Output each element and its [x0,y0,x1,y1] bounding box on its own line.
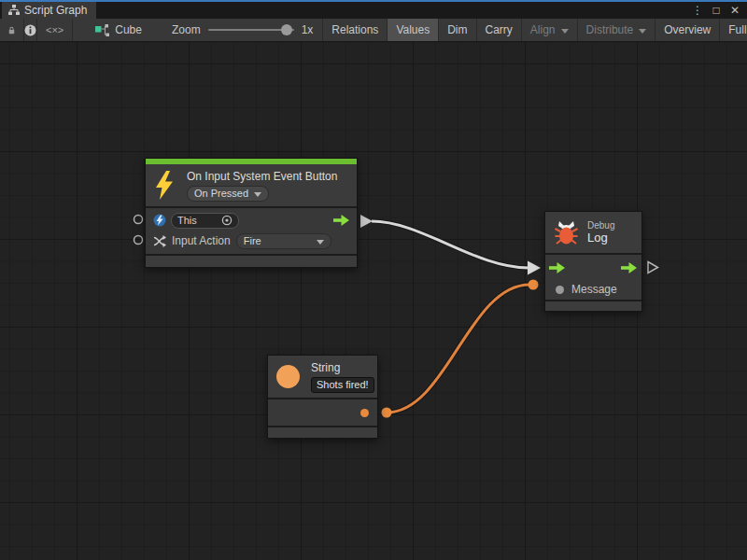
window-controls: ⋮ □ ✕ [691,2,747,19]
carry-button[interactable]: Carry [476,19,521,41]
debug-node-header: Debug Log [545,212,641,253]
code-toggle-icon: <×> [46,24,63,35]
graph-name: Cube [115,23,142,36]
control-output-arrow-icon[interactable] [333,215,349,226]
debug-node-footer [545,301,641,311]
zoom-slider[interactable] [208,29,294,31]
event-mode-dropdown[interactable]: On Pressed [187,186,269,202]
debug-control-row [545,257,641,279]
node-on-input-system-event-button[interactable]: On Input System Event Button On Pressed … [145,158,358,268]
code-preview-toggle[interactable]: <×> [37,19,73,41]
debug-control-output-port[interactable] [648,262,658,273]
gameobject-self-icon [153,214,166,227]
dim-button[interactable]: Dim [438,19,475,41]
control-input-arrow-icon[interactable] [549,262,565,273]
control-wire-end-arrow[interactable] [528,261,541,275]
input-action-icon [153,235,166,247]
info-icon [24,24,36,36]
node-string-literal[interactable]: String Shots fired! [267,355,378,439]
control-wire-source-arrow[interactable] [360,215,373,228]
relations-button[interactable]: Relations [322,19,387,41]
values-button[interactable]: Values [387,19,438,41]
debug-node-category: Debug [587,220,614,231]
graph-breadcrumb[interactable]: Cube [86,19,151,41]
control-output-arrow-icon[interactable] [621,262,637,273]
unity-script-graph-window: Script Graph ⋮ □ ✕ <×> [0,0,747,560]
debug-message-row: Message [545,279,641,300]
control-wire[interactable] [372,221,529,268]
input-action-dropdown[interactable]: Fire [236,233,331,249]
chevron-down-icon [254,192,261,197]
zoom-value: 1x [302,23,314,36]
string-value-field[interactable]: Shots fired! [311,377,374,393]
zoom-control: Zoom 1x [162,19,322,41]
window-close-button[interactable]: ✕ [728,4,741,17]
debug-node-body: Message [545,255,641,300]
input-action-label: Input Action [172,234,231,247]
distribute-dropdown-button[interactable]: Distribute [577,19,655,41]
bug-icon [554,220,579,245]
message-input-port[interactable] [556,286,564,294]
tab-bar: Script Graph ⋮ □ ✕ [0,2,747,19]
object-picker-icon[interactable] [221,215,233,226]
node-debug-log[interactable]: Debug Log [544,211,642,312]
string-node-footer [268,427,377,438]
window-menu-button[interactable]: ⋮ [691,4,704,17]
event-node-header: On Input System Event Button On Pressed [146,164,357,206]
chevron-down-icon [317,240,324,245]
message-label: Message [571,283,617,296]
value-wire-end-dot[interactable] [529,280,539,290]
graph-toolbar: <×> Cube Zoom 1x Relations Values Dim [0,19,747,42]
string-node-title: String [311,361,374,374]
event-this-row: This [146,210,357,231]
event-input-action-row: Input Action Fire [146,231,357,251]
script-graph-asset-icon [95,24,109,36]
event-node-title: On Input System Event Button [187,170,337,183]
tab-title: Script Graph [24,4,87,17]
graph-canvas[interactable]: On Input System Event Button On Pressed … [0,42,747,560]
event-target-field[interactable]: This [171,213,239,229]
lightning-bolt-icon [156,171,173,200]
debug-node-title: Log [587,231,614,245]
overview-button[interactable]: Overview [655,19,719,41]
event-value-input-port[interactable] [134,236,143,245]
zoom-slider-handle[interactable] [281,24,292,35]
chevron-down-icon [561,29,569,34]
graph-hierarchy-icon [8,5,20,16]
chevron-down-icon [639,29,646,34]
info-button[interactable] [24,19,37,41]
value-wire[interactable] [387,285,529,413]
event-control-input-port[interactable] [134,216,143,224]
event-node-body: This [146,208,357,254]
lock-button[interactable] [0,19,24,41]
zoom-label: Zoom [172,23,201,36]
string-node-body [268,399,377,426]
lock-icon [8,24,15,36]
align-dropdown-button[interactable]: Align [521,19,577,41]
fullscreen-button[interactable]: Full Screen [719,19,747,41]
string-type-icon [276,365,300,388]
value-wire-source-dot[interactable] [382,408,392,418]
event-node-footer [146,256,357,267]
string-output-port[interactable] [360,409,369,417]
string-node-header: String Shots fired! [268,356,377,398]
window-maximize-button[interactable]: □ [710,4,723,17]
tab-script-graph[interactable]: Script Graph [2,2,96,19]
